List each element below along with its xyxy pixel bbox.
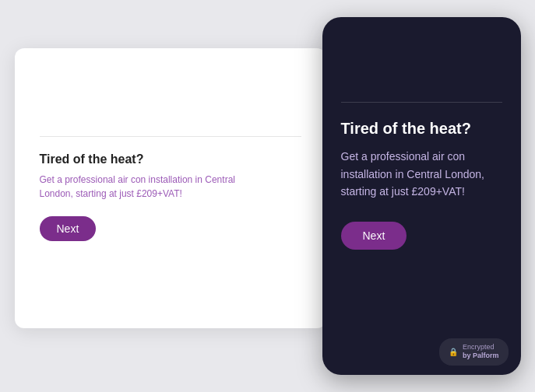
dark-card: Tired of the heat? Get a professional ai… — [322, 17, 521, 375]
light-card-description: Get a professional air con installation … — [40, 173, 242, 201]
light-card: Tired of the heat? Get a professional ai… — [15, 48, 326, 328]
dark-card-next-button[interactable]: Next — [341, 222, 407, 250]
encrypted-line1: Encrypted — [463, 343, 499, 352]
dark-card-title: Tired of the heat? — [341, 118, 502, 138]
divider-dark — [341, 102, 502, 103]
encrypted-line2: by Palform — [463, 352, 499, 361]
dark-card-inner: Tired of the heat? Get a professional ai… — [322, 17, 521, 329]
light-card-title: Tired of the heat? — [40, 152, 301, 166]
encrypted-text: Encrypted by Palform — [463, 343, 499, 361]
dark-card-description: Get a professional air con installation … — [341, 148, 502, 200]
divider-light — [40, 136, 301, 137]
light-card-next-button[interactable]: Next — [40, 216, 97, 241]
encrypted-badge: 🔒 Encrypted by Palform — [439, 338, 509, 366]
lock-icon: 🔒 — [449, 348, 458, 356]
scene: Tired of the heat? Get a professional ai… — [15, 17, 521, 375]
dark-card-footer: 🔒 Encrypted by Palform — [322, 329, 521, 375]
